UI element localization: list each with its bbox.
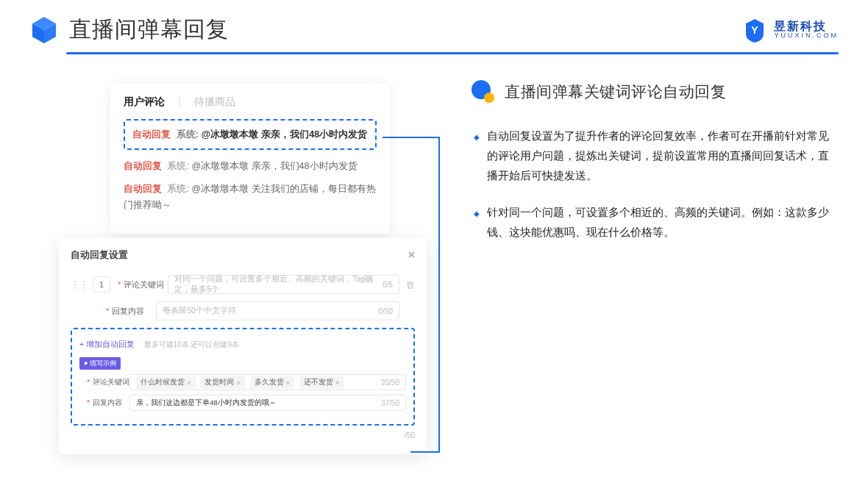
keyword-tag[interactable]: 多久发货× bbox=[250, 376, 295, 389]
keyword-input[interactable]: 对同一个问题，可设置多个相近、高频的关键词，Tag确定，最多5个 0/5 bbox=[168, 275, 399, 294]
reply-input[interactable]: 每条限50个中文字符 0/50 bbox=[156, 301, 399, 320]
logo-text-en: YUUXIN.COM bbox=[774, 32, 839, 40]
reply-placeholder: 每条限50个中文字符 bbox=[163, 306, 236, 316]
comment-text: @冰墩墩本墩 亲亲，我们48小时内发货 bbox=[191, 161, 357, 171]
dialog-title: 自动回复设置 bbox=[71, 248, 128, 262]
keyword-label: 评论关键词 bbox=[124, 279, 168, 290]
required-star: * bbox=[87, 398, 90, 407]
connector-line bbox=[438, 137, 440, 453]
tab-pending-products[interactable]: 待播商品 bbox=[194, 96, 235, 109]
keyword-placeholder: 对同一个问题，可设置多个相近、高频的关键词，Tag确定，最多5个 bbox=[174, 274, 383, 295]
required-star: * bbox=[106, 306, 109, 315]
example-kw-count: 20/50 bbox=[381, 378, 399, 387]
diamond-bullet-icon: ◆ bbox=[474, 207, 480, 243]
auto-reply-tag: 自动回复 bbox=[132, 129, 171, 140]
keyword-tag[interactable]: 发货时间× bbox=[200, 376, 245, 389]
keyword-tag[interactable]: 什么时候发货× bbox=[136, 376, 196, 389]
chat-bubble-icon bbox=[471, 79, 496, 104]
add-hint: 最多可建10条 还可以创建9条 bbox=[144, 340, 239, 348]
comment-row: 自动回复 系统: @冰墩墩本墩 关注我们的店铺，每日都有热门推荐呦～ bbox=[124, 182, 377, 213]
trash-icon[interactable]: 🗑 bbox=[405, 279, 415, 290]
keyword-input-row: ⋮⋮ 1 * 评论关键词 对同一个问题，可设置多个相近、高频的关键词，Tag确定… bbox=[71, 275, 415, 294]
bullet-text: 针对同一个问题，可设置多个相近的、高频的关键词。例如：这款多少钱、这块能优惠吗、… bbox=[487, 203, 839, 243]
connector-line bbox=[383, 137, 438, 138]
tab-user-comments[interactable]: 用户评论 bbox=[124, 96, 165, 109]
cube-icon bbox=[29, 15, 59, 45]
index-box: 1 bbox=[93, 276, 110, 293]
comment-tabs: 用户评论 | 待播商品 bbox=[124, 96, 377, 109]
svg-point-5 bbox=[484, 93, 494, 103]
system-prefix: 系统: bbox=[177, 129, 199, 140]
close-icon[interactable]: × bbox=[408, 248, 415, 262]
required-star: * bbox=[118, 280, 121, 289]
diamond-bullet-icon: ◆ bbox=[474, 131, 480, 185]
example-keyword-label: 评论关键词 bbox=[93, 377, 129, 387]
keyword-tag[interactable]: 还不发货× bbox=[299, 376, 344, 389]
auto-reply-settings-dialog: 自动回复设置 × ⋮⋮ 1 * 评论关键词 对同一个问题，可设置多个相近、高频的… bbox=[59, 238, 427, 454]
example-reply-value: 亲，我们这边都是下单48小时内发货的哦～ bbox=[136, 398, 277, 408]
bullet-item: ◆ 针对同一个问题，可设置多个相近的、高频的关键词。例如：这款多少钱、这块能优惠… bbox=[474, 203, 839, 243]
required-star: * bbox=[87, 378, 90, 387]
example-reply-input[interactable]: 亲，我们这边都是下单48小时内发货的哦～ 37/50 bbox=[129, 395, 406, 411]
page-title: 直播间弹幕回复 bbox=[69, 15, 229, 45]
example-section: + 增加自动回复 最多可建10条 还可以创建9条 ● 填写示例 * 评论关键词 … bbox=[71, 328, 415, 426]
example-keyword-input[interactable]: 什么时候发货× 发货时间× 多久发货× 还不发货× 20/50 bbox=[129, 374, 406, 390]
bullet-text: 自动回复设置为了提升作者的评论回复效率，作者可在开播前针对常见的评论用户问题，提… bbox=[487, 126, 839, 185]
logo-mark-icon: Y bbox=[741, 17, 768, 43]
auto-reply-tag: 自动回复 bbox=[124, 184, 162, 194]
reply-input-row: * 回复内容 每条限50个中文字符 0/50 bbox=[71, 301, 415, 320]
bullet-item: ◆ 自动回复设置为了提升作者的评论回复效率，作者可在开播前针对常见的评论用户问题… bbox=[474, 126, 839, 185]
logo-text-cn: 昱新科技 bbox=[774, 20, 839, 33]
system-prefix: 系统: bbox=[167, 184, 188, 194]
svg-text:Y: Y bbox=[752, 24, 759, 36]
example-badge: ● 填写示例 bbox=[79, 357, 121, 370]
drag-handle-icon[interactable]: ⋮⋮ bbox=[71, 279, 88, 290]
brand-logo: Y 昱新科技 YUUXIN.COM bbox=[741, 17, 839, 43]
example-reply-label: 回复内容 bbox=[93, 398, 129, 408]
comment-panel: 用户评论 | 待播商品 自动回复 系统: @冰墩墩本墩 亲亲，我们48小时内发货… bbox=[110, 84, 390, 234]
footer-count: /50 bbox=[71, 431, 415, 439]
keyword-count: 0/5 bbox=[383, 281, 393, 289]
tab-separator: | bbox=[178, 96, 181, 109]
comment-text: @冰墩墩本墩 亲亲，我们48小时内发货 bbox=[202, 129, 368, 140]
example-reply-count: 37/50 bbox=[381, 399, 399, 407]
highlighted-comment: 自动回复 系统: @冰墩墩本墩 亲亲，我们48小时内发货 bbox=[124, 119, 377, 150]
reply-label: 回复内容 bbox=[112, 306, 156, 317]
auto-reply-tag: 自动回复 bbox=[124, 161, 162, 171]
reply-count: 0/50 bbox=[379, 307, 393, 315]
system-prefix: 系统: bbox=[167, 161, 188, 171]
add-auto-reply-link[interactable]: + 增加自动回复 bbox=[79, 340, 135, 348]
slide-header: 直播间弹幕回复 Y 昱新科技 YUUXIN.COM bbox=[0, 0, 868, 52]
example-reply-row: * 回复内容 亲，我们这边都是下单48小时内发货的哦～ 37/50 bbox=[79, 395, 406, 411]
example-keyword-row: * 评论关键词 什么时候发货× 发货时间× 多久发货× 还不发货× 20/50 bbox=[79, 374, 406, 390]
section-title: 直播间弹幕关键词评论自动回复 bbox=[505, 82, 726, 102]
comment-row: 自动回复 系统: @冰墩墩本墩 亲亲，我们48小时内发货 bbox=[124, 159, 377, 174]
explanation-column: 直播间弹幕关键词评论自动回复 ◆ 自动回复设置为了提升作者的评论回复效率，作者可… bbox=[441, 84, 839, 260]
screenshot-composite: 用户评论 | 待播商品 自动回复 系统: @冰墩墩本墩 亲亲，我们48小时内发货… bbox=[59, 84, 441, 260]
